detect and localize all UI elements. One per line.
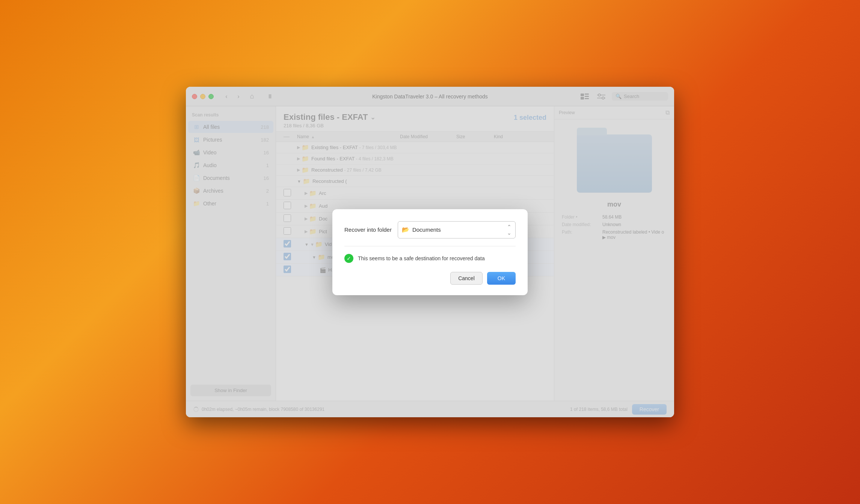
modal-overlay: Recover into folder 📂 Documents ⌃⌄ ✓ Thi…: [186, 87, 674, 417]
cancel-button[interactable]: Cancel: [450, 272, 483, 285]
main-window: ‹ › ⌂ ⏸ Kingston DataTraveler 3.0 – All …: [186, 87, 674, 417]
safe-destination-icon: ✓: [344, 254, 353, 263]
modal-status-text: This seems to be a safe destination for …: [358, 255, 485, 261]
modal-title-label: Recover into folder: [344, 226, 392, 233]
recover-dialog: Recover into folder 📂 Documents ⌃⌄ ✓ Thi…: [332, 209, 528, 295]
folder-select-text: Documents: [412, 226, 504, 233]
modal-folder-row: Recover into folder 📂 Documents ⌃⌄: [344, 221, 516, 238]
modal-status: ✓ This seems to be a safe destination fo…: [344, 254, 516, 263]
modal-buttons: Cancel OK: [344, 272, 516, 285]
modal-divider: [344, 246, 516, 246]
folder-selector[interactable]: 📂 Documents ⌃⌄: [398, 221, 516, 238]
chevron-icon: ⌃⌄: [507, 224, 511, 236]
folder-select-icon: 📂: [402, 226, 409, 233]
ok-button[interactable]: OK: [487, 272, 516, 285]
